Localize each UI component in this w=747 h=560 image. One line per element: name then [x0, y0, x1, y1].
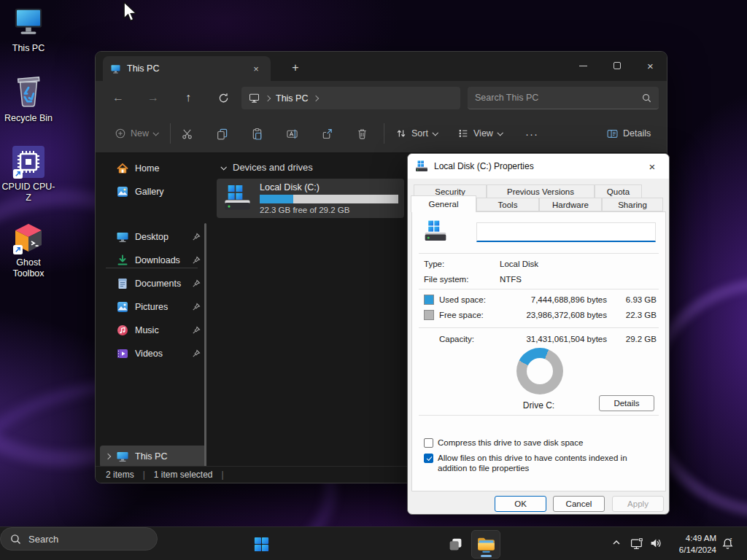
- refresh-button[interactable]: [212, 86, 235, 109]
- sidebar-item-this-pc[interactable]: This PC: [100, 446, 206, 467]
- sidebar-item-documents[interactable]: Documents: [100, 273, 206, 295]
- sidebar-item-music[interactable]: Music: [100, 319, 206, 341]
- tab-general[interactable]: General: [411, 195, 476, 212]
- rename-button[interactable]: [280, 122, 303, 145]
- copy-button[interactable]: [210, 122, 233, 145]
- sidebar-item-home[interactable]: Home: [100, 158, 206, 179]
- taskbar-search[interactable]: Search: [0, 527, 158, 551]
- desktop-icon-recycle-bin[interactable]: Recycle Bin: [0, 73, 57, 124]
- new-tab-button[interactable]: +: [287, 59, 304, 77]
- task-view-button[interactable]: [442, 532, 468, 556]
- videos-icon: [116, 347, 129, 360]
- chevron-down-icon[interactable]: [220, 164, 226, 170]
- back-button[interactable]: ←: [107, 86, 130, 109]
- recycle-bin-icon: [12, 73, 45, 108]
- free-space-row: Free space: 23,986,372,608 bytes 22.3 GB: [424, 308, 657, 322]
- details-pane-button[interactable]: Details: [599, 122, 658, 145]
- tray-chevron-up-icon[interactable]: [611, 537, 622, 551]
- maximize-button[interactable]: [600, 52, 633, 79]
- sort-button[interactable]: Sort: [390, 122, 443, 145]
- tab-close-icon[interactable]: ×: [249, 61, 263, 76]
- compress-checkbox[interactable]: [424, 438, 433, 448]
- start-button[interactable]: [249, 532, 274, 556]
- capacity-size: 29.2 GB: [607, 335, 657, 343]
- cancel-button[interactable]: Cancel: [553, 496, 605, 512]
- more-options-button[interactable]: ···: [519, 122, 545, 145]
- shortcut-arrow-icon: [13, 169, 23, 179]
- sidebar-scrollbar[interactable]: [204, 223, 206, 483]
- tab-previous-versions[interactable]: Previous Versions: [487, 184, 595, 198]
- delete-button[interactable]: [350, 122, 374, 145]
- volume-tray-icon[interactable]: [649, 537, 662, 553]
- sidebar-item-videos[interactable]: Videos: [100, 343, 206, 365]
- up-button[interactable]: ↑: [177, 86, 200, 109]
- tab-sharing[interactable]: Sharing: [602, 198, 663, 211]
- dialog-close-icon[interactable]: ×: [643, 158, 662, 175]
- new-plus-icon: [115, 128, 126, 139]
- notification-bell-icon[interactable]: z: [721, 537, 735, 553]
- details-pane-icon: [606, 128, 619, 140]
- pictures-icon: [116, 300, 129, 314]
- tab-hardware[interactable]: Hardware: [539, 198, 602, 211]
- apply-button[interactable]: Apply: [612, 496, 664, 512]
- breadcrumb-item[interactable]: This PC: [276, 93, 308, 104]
- divider: [419, 289, 659, 289]
- search-input[interactable]: Search This PC: [468, 87, 659, 109]
- view-icon: [457, 128, 469, 139]
- documents-icon: [116, 277, 129, 290]
- taskbar-clock[interactable]: 4:49 AM 6/14/2024: [665, 532, 716, 556]
- desktop-icon-this-pc[interactable]: This PC: [0, 6, 57, 54]
- paste-button[interactable]: [245, 122, 268, 145]
- pin-icon: [192, 233, 201, 241]
- cut-button[interactable]: [175, 122, 198, 145]
- details-button[interactable]: Details: [599, 395, 654, 411]
- sidebar-item-desktop[interactable]: Desktop: [100, 226, 206, 248]
- desktop-icon-label: Recycle Bin: [0, 113, 57, 124]
- compress-checkbox-label: Compress this drive to save disk space: [438, 438, 583, 448]
- tab-quota[interactable]: Quota: [595, 184, 642, 198]
- tab-tools[interactable]: Tools: [476, 198, 539, 211]
- copy-icon: [216, 128, 228, 140]
- drive-local-disk-c[interactable]: Local Disk (C:) 22.3 GB free of 29.2 GB: [217, 179, 404, 218]
- sidebar-item-pictures[interactable]: Pictures: [100, 296, 206, 318]
- clock-time: 4:49 AM: [665, 532, 716, 544]
- chevron-down-icon: [152, 130, 158, 136]
- network-tray-icon[interactable]: [630, 537, 645, 553]
- drive-free-space: 22.3 GB free of 29.2 GB: [260, 206, 398, 214]
- monitor-icon: [12, 6, 45, 38]
- music-icon: [116, 324, 129, 337]
- this-pc-icon: [116, 450, 129, 463]
- desktop-icon-cpuz[interactable]: CPUID CPU-Z: [0, 144, 57, 203]
- desktop-icon-ghost-toolbox[interactable]: Ghost Toolbox: [0, 220, 57, 279]
- sidebar-item-label: Gallery: [135, 187, 206, 197]
- section-devices-and-drives[interactable]: Devices and drives: [221, 162, 313, 173]
- svg-text:z: z: [729, 537, 732, 541]
- sidebar-item-gallery[interactable]: Gallery: [100, 181, 206, 203]
- index-checkbox[interactable]: [424, 454, 433, 463]
- task-view-icon: [448, 537, 463, 552]
- cut-icon: [181, 128, 193, 140]
- new-button[interactable]: New: [109, 122, 163, 145]
- close-button[interactable]: ×: [634, 52, 667, 79]
- share-icon: [321, 128, 333, 140]
- volume-label-input[interactable]: [476, 222, 656, 242]
- chevron-right-icon: [265, 95, 271, 101]
- this-pc-icon: [249, 93, 260, 104]
- minimize-button[interactable]: [567, 52, 600, 79]
- share-button[interactable]: [315, 122, 338, 145]
- chevron-right-icon[interactable]: [105, 454, 111, 459]
- ellipsis-icon: ···: [525, 128, 538, 140]
- ok-button[interactable]: OK: [495, 496, 546, 512]
- breadcrumb[interactable]: This PC: [241, 87, 460, 109]
- divider: [419, 415, 659, 416]
- compress-checkbox-row[interactable]: Compress this drive to save disk space: [424, 438, 658, 448]
- sidebar-item-label: This PC: [135, 451, 206, 462]
- view-button[interactable]: View: [452, 122, 508, 145]
- properties-dialog: Local Disk (C:) Properties × Security Pr…: [407, 153, 670, 515]
- index-checkbox-row[interactable]: Allow files on this drive to have conten…: [424, 453, 658, 474]
- desktop-icon: [116, 230, 129, 244]
- tab-this-pc[interactable]: This PC ×: [103, 56, 271, 81]
- forward-button[interactable]: →: [142, 86, 165, 109]
- sidebar-item-downloads[interactable]: Downloads: [100, 249, 206, 271]
- file-explorer-button[interactable]: [471, 530, 500, 559]
